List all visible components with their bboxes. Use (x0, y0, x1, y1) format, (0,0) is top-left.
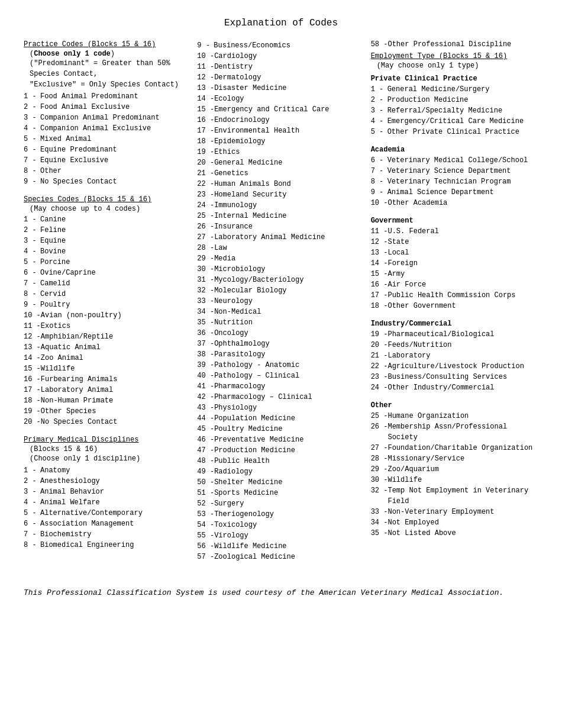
list-item: 9 -Animal Science Department (371, 187, 538, 198)
code-number: 36 - (197, 328, 214, 339)
code-label: Other Government (387, 301, 456, 311)
code-number: 10 - (197, 51, 214, 62)
code-number: 55 - (197, 530, 214, 541)
code-number: 41 - (197, 381, 214, 392)
list-item: 13 -Aquatic Animal (24, 342, 191, 353)
code-number: 26 - (197, 221, 214, 232)
list-item: 2 -Anesthesiology (24, 476, 191, 487)
list-item: 1 -Anatomy (24, 465, 191, 476)
list-item: 7 -Camelid (24, 278, 191, 289)
code-number: 27 - (197, 232, 214, 243)
code-number: 4 - (371, 116, 387, 127)
code-label: Homeland Security (214, 189, 286, 200)
code-label: Non-Human Primate (41, 395, 113, 406)
code-number: 44 - (197, 413, 214, 424)
list-item: 46 -Preventative Medicine (197, 434, 364, 445)
list-item: 5 -Mixed Animal (24, 134, 191, 144)
code-label: Aquatic Animal (41, 342, 101, 353)
list-item: 49 -Radiology (197, 466, 364, 477)
code-label: General Medicine/Surgery (387, 84, 490, 95)
code-number: 4 - (24, 497, 40, 508)
code-number: 27 - (371, 443, 388, 453)
code-label: Non-Medical (214, 307, 261, 317)
list-item: 28 -Law (197, 243, 364, 253)
primary-medical-note: (Choose only 1 discipline) (24, 455, 191, 463)
list-item: 2 -Production Medicine (371, 95, 538, 105)
list-item: 29 -Media (197, 253, 364, 264)
code-number: 33 - (371, 507, 388, 517)
code-label: Ophthalmology (214, 339, 270, 349)
code-label: Pathology - Anatomic (214, 360, 299, 371)
list-item: 2 -Feline (24, 225, 191, 236)
code-number: 35 - (197, 317, 214, 328)
code-number: 1 - (24, 214, 40, 225)
list-item: 51 -Sports Medicine (197, 488, 364, 498)
list-item: 14 -Foreign (371, 258, 538, 269)
list-item: 35 -Not Listed Above (371, 528, 538, 539)
code-number: 9 - (371, 187, 387, 198)
code-label: Genetics (214, 168, 248, 179)
code-label: Biomedical Engineering (40, 540, 134, 550)
government-list: 11 -U.S. Federal12 -State13 -Local14 -Fo… (371, 226, 538, 311)
code-number: 40 - (197, 371, 214, 381)
code-label: Referral/Specialty Medicine (387, 105, 502, 116)
list-item: 18 -Epidemiology (197, 136, 364, 147)
code-label: Exotics (41, 321, 70, 331)
code-label: Not Listed Above (387, 528, 456, 539)
code-number: 8 - (24, 166, 40, 176)
last-discipline: 58 -Other Professional Discipline (371, 40, 538, 49)
list-item: 1 -Canine (24, 214, 191, 225)
code-label: Sports Medicine (214, 488, 278, 498)
code-number: 29 - (371, 464, 388, 475)
code-number: 4 - (24, 123, 40, 134)
code-label: Public Health Commission Corps (387, 290, 515, 301)
code-number: 11 - (197, 62, 214, 72)
code-label: Porcine (40, 257, 70, 268)
list-item: 20 -No Species Contact (24, 417, 191, 427)
code-number: 32 - (197, 285, 214, 296)
list-item: 9 -Business/Economics (197, 40, 364, 51)
industry-title: Industry/Commercial (371, 320, 538, 328)
code-number: 2 - (24, 102, 40, 112)
code-number: 3 - (24, 236, 40, 246)
list-item: 20 -Feeds/Nutrition (371, 340, 538, 350)
code-number: 58 - (371, 40, 388, 49)
code-number: 3 - (24, 112, 40, 123)
disciplines-list: 9 -Business/Economics10 -Cardiology11 -D… (197, 40, 364, 562)
code-number: 13 - (371, 247, 388, 258)
code-number: 25 - (197, 211, 214, 221)
code-number: 6 - (24, 268, 40, 278)
list-item: 37 -Ophthalmology (197, 339, 364, 349)
code-number: 56 - (197, 541, 214, 552)
species-codes-title: Species Codes (Blocks 15 & 16) (24, 195, 191, 204)
list-item: 47 -Production Medicine (197, 445, 364, 456)
code-label: Cardiology (214, 51, 257, 62)
code-label: Equine Predominant (40, 144, 117, 155)
code-number: 5 - (371, 127, 387, 137)
code-label: Other Industry/Commercial (387, 382, 494, 393)
list-item: 17 -Public Health Commission Corps (371, 290, 538, 301)
code-number: 39 - (197, 360, 214, 371)
code-label: Equine Exclusive (40, 155, 108, 166)
practice-codes-list: 1 -Food Animal Predominant2 -Food Animal… (24, 91, 191, 187)
code-label: Human Animals Bond (214, 179, 291, 189)
code-number: 22 - (371, 361, 388, 372)
primary-medical-title: Primary Medical Disciplines (24, 436, 191, 444)
list-item: 6 -Ovine/Caprine (24, 268, 191, 278)
code-label: Endocrinology (214, 115, 270, 125)
code-label: Pathology – Clinical (214, 371, 299, 381)
list-item: 19 -Ethics (197, 147, 364, 157)
code-label: Temp Not Employment in Veterinary Field (387, 485, 538, 507)
list-item: 15 -Army (371, 269, 538, 279)
code-label: Not Employed (387, 517, 438, 528)
code-number: 54 - (197, 520, 214, 530)
code-label: Radiology (214, 466, 253, 477)
code-label: U.S. Federal (387, 226, 438, 237)
list-item: 30 -Microbiology (197, 264, 364, 275)
academia-list: 6 -Veterinary Medical College/School7 -V… (371, 155, 538, 208)
code-label: Humane Organization (387, 411, 469, 421)
list-item: 21 -Laboratory (371, 350, 538, 361)
code-number: 26 - (371, 421, 388, 443)
list-item: 3 -Equine (24, 236, 191, 246)
code-number: 12 - (371, 237, 388, 247)
